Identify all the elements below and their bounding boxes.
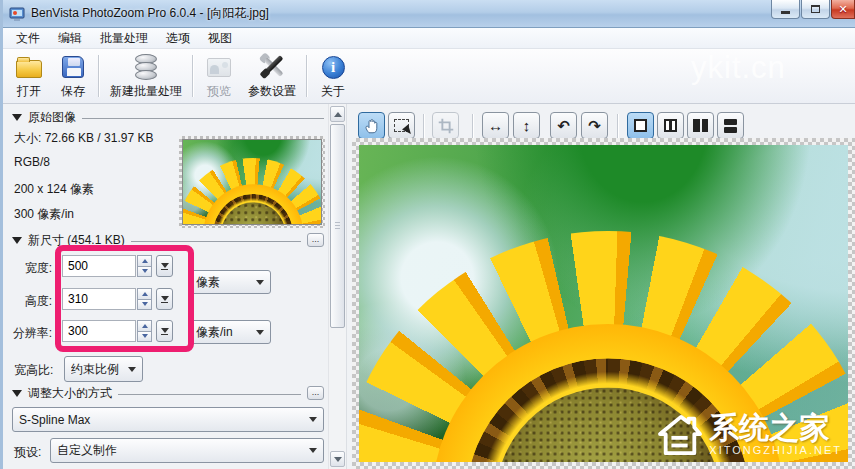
chevron-down-icon — [161, 263, 169, 268]
rotate-left-icon: ↶ — [557, 117, 570, 135]
new-size-more-button[interactable]: ... — [307, 233, 324, 247]
caption-buttons: ✕ — [770, 0, 855, 19]
chevron-down-icon — [256, 330, 264, 335]
height-input[interactable] — [62, 288, 136, 310]
new-size-section-header[interactable]: 新尺寸 (454.1 KB) ... — [12, 233, 324, 247]
original-section-header[interactable]: 原始图像 — [12, 110, 324, 124]
save-button[interactable]: 保存 — [51, 49, 95, 103]
spin-down-icon[interactable] — [137, 267, 152, 278]
dropdown-underline — [161, 302, 168, 303]
split-view-icon — [664, 119, 677, 132]
title-bar: BenVista PhotoZoom Pro 6.0.4 - [向阳花.jpg]… — [3, 0, 855, 28]
single-view-button[interactable] — [627, 112, 654, 139]
minimize-icon — [781, 11, 790, 14]
aspect-ratio-combo[interactable]: 约束比例 — [64, 356, 143, 382]
original-thumbnail[interactable] — [179, 136, 325, 228]
preview-area: ↔ ↕ ↶ ↷ — [346, 104, 855, 469]
resize-method-combo[interactable]: S-Spline Max — [12, 407, 324, 432]
menu-batch[interactable]: 批量处理 — [91, 28, 157, 49]
about-button[interactable]: i 关于 — [311, 49, 355, 103]
menu-bar: 文件 编辑 批量处理 选项 视图 — [3, 28, 855, 49]
main-area: 原始图像 大小: 72.66 KB / 31.97 KB RGB/8 200 x… — [6, 104, 855, 469]
flip-vertical-button[interactable]: ↕ — [513, 112, 540, 139]
select-tool-button[interactable] — [388, 112, 415, 139]
hand-icon — [363, 117, 381, 135]
original-dimensions-text: 200 x 124 像素 — [14, 181, 94, 198]
width-dropdown-button[interactable] — [156, 255, 173, 277]
close-icon: ✕ — [838, 3, 847, 16]
spin-down-icon[interactable] — [137, 300, 152, 311]
original-resolution-text: 300 像素/in — [14, 206, 74, 223]
menu-edit[interactable]: 编辑 — [49, 28, 91, 49]
rotate-right-icon: ↷ — [588, 117, 601, 135]
xitongzhijia-watermark: 系统之家 XITONGZHIJIA.NET — [657, 413, 842, 456]
scroll-up-button[interactable] — [330, 106, 345, 122]
save-floppy-icon — [62, 56, 84, 78]
width-spinner[interactable] — [137, 255, 152, 277]
flip-horizontal-icon: ↔ — [488, 117, 503, 134]
grip-icon — [335, 222, 340, 230]
rotate-left-button[interactable]: ↶ — [550, 112, 577, 139]
menu-options[interactable]: 选项 — [157, 28, 199, 49]
toolbar-separator — [192, 55, 194, 97]
crop-icon — [438, 118, 454, 134]
pan-tool-button[interactable] — [358, 112, 385, 139]
batch-database-icon — [134, 54, 158, 80]
size-unit-combo[interactable]: 像素 — [189, 270, 271, 294]
site-name-text: 系统之家 — [709, 413, 842, 443]
original-size-text: 大小: 72.66 KB / 31.97 KB — [14, 130, 153, 147]
width-label: 宽度: — [8, 260, 52, 277]
marquee-select-icon — [394, 119, 409, 132]
width-input[interactable] — [62, 255, 136, 277]
chevron-down-icon — [128, 367, 136, 372]
resize-method-section-header[interactable]: 调整大小的方式 ... — [12, 386, 324, 400]
preset-combo[interactable]: 自定义制作 — [50, 438, 324, 463]
resolution-input[interactable] — [62, 320, 136, 342]
window-title: BenVista PhotoZoom Pro 6.0.4 - [向阳花.jpg] — [31, 5, 269, 22]
settings-button[interactable]: 参数设置 — [241, 49, 303, 103]
height-spinner[interactable] — [137, 288, 152, 310]
resize-method-more-button[interactable]: ... — [307, 386, 324, 400]
resolution-unit-combo[interactable]: 像素/in — [189, 320, 271, 344]
resolution-spinner[interactable] — [137, 320, 152, 342]
chevron-down-icon — [161, 296, 169, 301]
spin-up-icon[interactable] — [137, 320, 152, 332]
minimize-button[interactable] — [771, 0, 800, 19]
chevron-down-icon — [309, 417, 317, 422]
flip-horizontal-button[interactable]: ↔ — [482, 112, 509, 139]
spin-up-icon[interactable] — [137, 288, 152, 300]
resolution-dropdown-button[interactable] — [156, 320, 173, 342]
open-folder-icon — [16, 60, 42, 78]
dual-vertical-view-button[interactable] — [687, 112, 714, 139]
thumbnail-sunflower-image — [183, 140, 321, 224]
crop-tool-button — [432, 112, 459, 139]
info-icon: i — [322, 56, 345, 79]
maximize-icon — [811, 5, 820, 13]
preview-image-icon — [207, 58, 231, 77]
open-button[interactable]: 打开 — [7, 49, 51, 103]
split-view-button[interactable] — [657, 112, 684, 139]
rotate-right-button[interactable]: ↷ — [581, 112, 608, 139]
height-dropdown-button[interactable] — [156, 288, 173, 310]
collapse-triangle-icon — [12, 390, 22, 397]
sunflower-image[interactable]: 系统之家 XITONGZHIJIA.NET — [359, 145, 848, 462]
menu-view[interactable]: 视图 — [199, 28, 241, 49]
new-batch-button[interactable]: 新建批量处理 — [103, 49, 189, 103]
height-label: 高度: — [8, 293, 52, 310]
image-preview-frame: 系统之家 XITONGZHIJIA.NET — [352, 138, 855, 469]
aspect-ratio-label: 宽高比: — [14, 362, 62, 379]
menu-file[interactable]: 文件 — [7, 28, 49, 49]
dual-horizontal-view-button[interactable] — [717, 112, 744, 139]
scrollbar-thumb[interactable] — [330, 124, 345, 328]
chevron-down-icon — [161, 328, 169, 333]
arrow-down-icon — [334, 457, 342, 462]
maximize-button[interactable] — [801, 0, 830, 19]
panel-scrollbar[interactable] — [328, 104, 346, 469]
spin-down-icon[interactable] — [137, 332, 152, 343]
chevron-down-icon — [309, 448, 317, 453]
preview-button: 预览 — [197, 49, 241, 103]
close-button[interactable]: ✕ — [831, 0, 855, 19]
spin-up-icon[interactable] — [137, 255, 152, 267]
scroll-down-button[interactable] — [330, 451, 345, 467]
chevron-down-icon — [256, 280, 264, 285]
